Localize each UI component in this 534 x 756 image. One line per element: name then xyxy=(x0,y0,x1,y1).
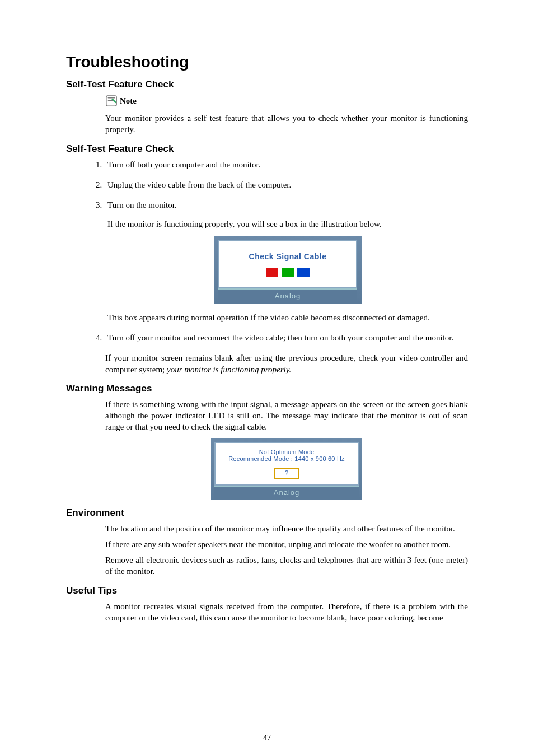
step-3-text: Turn on the monitor. xyxy=(107,200,177,209)
osd2-inner: Not Optimum Mode Recommended Mode : 1440… xyxy=(214,442,359,486)
step-1-text: Turn off both your computer and the moni… xyxy=(107,160,260,169)
note-row: Note xyxy=(105,95,468,107)
note-icon xyxy=(105,95,118,107)
env-p3: Remove all electronic devices such as ra… xyxy=(105,554,468,577)
step-2-text: Unplug the video cable from the back of … xyxy=(107,180,291,189)
warning-text: If there is something wrong with the inp… xyxy=(105,399,468,433)
osd2-line2: Recommended Mode : 1440 x 900 60 Hz xyxy=(219,455,354,462)
environment-body: The location and the position of the mon… xyxy=(105,523,468,577)
step-3-note: If the monitor is functioning properly, … xyxy=(107,218,468,230)
osd-check-signal: Check Signal Cable Analog xyxy=(214,236,362,304)
note-label: Note xyxy=(120,96,137,106)
selftest-steps: Turn off both your computer and the moni… xyxy=(85,159,468,344)
env-p1: The location and the position of the mon… xyxy=(105,523,468,534)
osd-color-boxes xyxy=(224,268,352,277)
blue-square-icon xyxy=(297,268,310,277)
figure-check-signal: Check Signal Cable Analog xyxy=(107,236,468,304)
closing-text: If your monitor screen remains blank aft… xyxy=(105,352,468,375)
osd-inner: Check Signal Cable xyxy=(218,240,357,289)
step-1: Turn off both your computer and the moni… xyxy=(104,159,468,170)
osd-title: Check Signal Cable xyxy=(224,251,352,262)
step-4: Turn off your monitor and reconnect the … xyxy=(104,332,468,343)
step-4-text: Turn off your monitor and reconnect the … xyxy=(107,333,453,342)
tips-p1: A monitor recreates visual signals recei… xyxy=(105,601,468,624)
heading-tips: Useful Tips xyxy=(66,585,468,596)
figure-not-optimum: Not Optimum Mode Recommended Mode : 1440… xyxy=(105,438,468,500)
top-rule xyxy=(66,36,468,36)
step-3-followup: This box appears during normal operation… xyxy=(107,312,468,323)
step-2: Unplug the video cable from the back of … xyxy=(104,179,468,190)
osd2-question-button: ? xyxy=(274,468,300,479)
heading-warning: Warning Messages xyxy=(66,383,468,394)
tips-body: A monitor recreates visual signals recei… xyxy=(105,601,468,624)
osd-footer: Analog xyxy=(218,288,357,304)
green-square-icon xyxy=(282,268,294,277)
warning-body: If there is something wrong with the inp… xyxy=(105,399,468,500)
step-3: Turn on the monitor. If the monitor is f… xyxy=(104,199,468,323)
red-square-icon xyxy=(266,268,278,277)
page-title: Troubleshooting xyxy=(66,53,468,71)
heading-environment: Environment xyxy=(66,507,468,519)
page: Troubleshooting Self-Test Feature Check … xyxy=(0,0,534,756)
note-body: Your monitor provides a self test featur… xyxy=(105,113,468,136)
osd2-footer: Analog xyxy=(214,486,359,500)
heading-selftest-1: Self-Test Feature Check xyxy=(66,79,468,90)
env-p2: If there are any sub woofer speakers nea… xyxy=(105,539,468,550)
note-block: Note Your monitor provides a self test f… xyxy=(105,95,468,136)
osd2-line1: Not Optimum Mode xyxy=(219,449,354,455)
page-number: 47 xyxy=(0,734,534,743)
osd-not-optimum: Not Optimum Mode Recommended Mode : 1440… xyxy=(211,438,362,500)
heading-selftest-2: Self-Test Feature Check xyxy=(66,143,468,155)
selftest-closing: If your monitor screen remains blank aft… xyxy=(105,352,468,375)
bottom-rule xyxy=(66,730,468,730)
